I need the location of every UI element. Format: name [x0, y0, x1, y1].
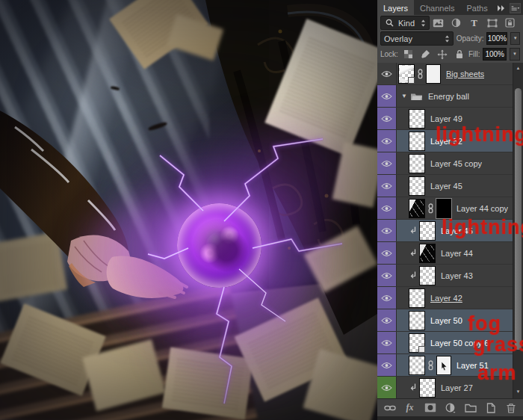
layer-row[interactable]: Big sheets: [377, 63, 523, 85]
fill-label: Fill:: [468, 50, 480, 58]
filter-pixel-layers-icon[interactable]: [433, 17, 444, 28]
filter-shape-layers-icon[interactable]: [486, 17, 498, 28]
layer-row[interactable]: Layer 42: [377, 287, 523, 309]
opacity-label: Opacity:: [457, 34, 484, 43]
tab-layers[interactable]: Layers: [377, 0, 414, 15]
layer-row[interactable]: Layer 43: [377, 265, 523, 287]
layer-row-content[interactable]: ▼Energy ball: [397, 85, 523, 107]
fill-value[interactable]: 100%: [483, 48, 507, 61]
layer-name[interactable]: Layer 43: [441, 271, 473, 280]
layer-thumbnail[interactable]: [409, 176, 425, 196]
layer-thumbnail[interactable]: [409, 154, 425, 173]
layer-visibility-eye-icon[interactable]: [377, 108, 397, 129]
layer-thumbnail[interactable]: [409, 109, 425, 129]
layer-name[interactable]: Layer 45: [430, 182, 462, 191]
document-canvas[interactable]: [0, 0, 377, 420]
layer-visibility-eye-icon[interactable]: [377, 309, 397, 331]
layer-thumbnail[interactable]: [419, 266, 436, 285]
lock-transparency-icon[interactable]: [403, 49, 414, 60]
layer-name[interactable]: Big sheets: [446, 70, 484, 78]
layer-row-content[interactable]: Layer 45: [397, 175, 523, 197]
layer-mask-thumbnail[interactable]: [426, 64, 441, 84]
annotation-text: lightning: [436, 123, 523, 146]
layer-visibility-eye-icon[interactable]: [377, 332, 397, 353]
combo-arrows-icon: [421, 19, 426, 27]
fill-dropdown-arrow[interactable]: ▼: [510, 48, 520, 61]
blend-mode-dropdown[interactable]: Overlay: [380, 31, 454, 46]
layer-thumbnail[interactable]: [409, 311, 425, 330]
lock-row: Lock: Fill: 100% ▼: [377, 46, 523, 62]
layer-row-content[interactable]: Layer 45 copy: [397, 152, 523, 174]
panel-menu-icon[interactable]: [510, 2, 521, 13]
layer-row[interactable]: ▼Energy ball: [377, 85, 523, 108]
filter-type-layers-icon[interactable]: T: [468, 17, 480, 28]
panel-tab-bar: LayersChannelsPaths: [377, 0, 523, 15]
opacity-value[interactable]: 100%: [486, 32, 507, 45]
add-layer-mask-icon[interactable]: [424, 402, 437, 414]
layer-visibility-eye-icon[interactable]: [377, 220, 397, 241]
layer-thumbnail[interactable]: [419, 378, 436, 398]
layer-thumbnail[interactable]: [419, 244, 436, 263]
layer-name[interactable]: Layer 49: [430, 114, 462, 123]
delete-layer-icon[interactable]: [504, 402, 518, 414]
layer-row-content[interactable]: Layer 43: [397, 265, 523, 286]
layer-thumbnail[interactable]: [409, 333, 425, 353]
layer-row-content[interactable]: Big sheets: [397, 63, 523, 84]
layer-visibility-eye-icon[interactable]: [377, 152, 397, 174]
tab-channels[interactable]: Channels: [414, 0, 460, 15]
blend-row: Overlay Opacity: 100% ▼: [377, 31, 523, 46]
filter-row: Kind T: [377, 15, 523, 31]
filter-adjustment-layers-icon[interactable]: [451, 17, 462, 28]
filter-smart-objects-icon[interactable]: [504, 17, 516, 28]
lock-label: Lock:: [380, 50, 398, 58]
layer-row[interactable]: Layer 45: [377, 175, 523, 197]
layer-name[interactable]: Layer 44: [441, 249, 473, 258]
layer-thumbnail[interactable]: [398, 64, 415, 84]
layer-visibility-eye-icon[interactable]: [377, 265, 397, 286]
layer-row-content[interactable]: Layer 42: [397, 287, 523, 309]
opacity-dropdown-arrow[interactable]: ▼: [510, 32, 520, 45]
layer-name[interactable]: Layer 42: [430, 294, 462, 303]
layer-row-content[interactable]: Layer 44: [397, 242, 523, 264]
link-layers-icon[interactable]: [383, 402, 397, 414]
layer-visibility-eye-icon[interactable]: [377, 63, 397, 84]
layer-thumbnail[interactable]: [409, 356, 425, 375]
new-adjustment-layer-icon[interactable]: [444, 402, 457, 414]
layer-thumbnail[interactable]: [409, 199, 425, 218]
layer-thumbnail[interactable]: [409, 132, 425, 151]
layer-visibility-eye-icon[interactable]: [377, 197, 397, 219]
combo-arrows-icon: [445, 35, 450, 43]
layer-name[interactable]: Layer 45 copy: [430, 159, 482, 168]
lock-pixels-icon[interactable]: [420, 49, 431, 60]
layer-thumbnail[interactable]: [419, 221, 436, 241]
group-expander-icon[interactable]: ▼: [401, 93, 407, 99]
layer-visibility-eye-icon[interactable]: [377, 287, 397, 309]
filter-kind-dropdown[interactable]: Kind: [380, 16, 430, 30]
layer-visibility-eye-icon[interactable]: [377, 377, 397, 398]
layer-row[interactable]: Layer 45 copy: [377, 152, 523, 175]
layer-name[interactable]: Layer 27: [441, 383, 473, 392]
layer-visibility-eye-icon[interactable]: [377, 85, 397, 107]
new-layer-icon[interactable]: [484, 402, 498, 414]
layer-visibility-eye-icon[interactable]: [377, 242, 397, 264]
scrollbar-down-arrow[interactable]: ▼: [513, 387, 523, 396]
layer-row-content[interactable]: Layer 50: [397, 309, 523, 331]
new-group-icon[interactable]: [464, 402, 477, 414]
lock-all-icon[interactable]: [454, 49, 465, 60]
lock-position-icon[interactable]: [437, 49, 448, 60]
mask-link-icon: [427, 360, 435, 371]
layer-name[interactable]: Layer 44 copy: [457, 204, 508, 213]
layer-style-fx-icon[interactable]: fx: [403, 402, 417, 414]
layer-row[interactable]: Layer 44: [377, 242, 523, 265]
layer-visibility-eye-icon[interactable]: [377, 175, 397, 197]
layer-mask-thumbnail[interactable]: [436, 356, 451, 375]
collapse-panels-icon[interactable]: [495, 2, 507, 13]
layer-thumbnail[interactable]: [409, 288, 425, 308]
tab-paths[interactable]: Paths: [461, 0, 494, 15]
layer-visibility-eye-icon[interactable]: [377, 130, 397, 152]
layer-name[interactable]: Layer 50: [430, 316, 462, 325]
layer-mask-thumbnail[interactable]: [436, 199, 451, 218]
layer-visibility-eye-icon[interactable]: [377, 354, 397, 376]
layer-name[interactable]: Energy ball: [428, 92, 469, 101]
scrollbar-up-arrow[interactable]: ▲: [513, 64, 523, 72]
